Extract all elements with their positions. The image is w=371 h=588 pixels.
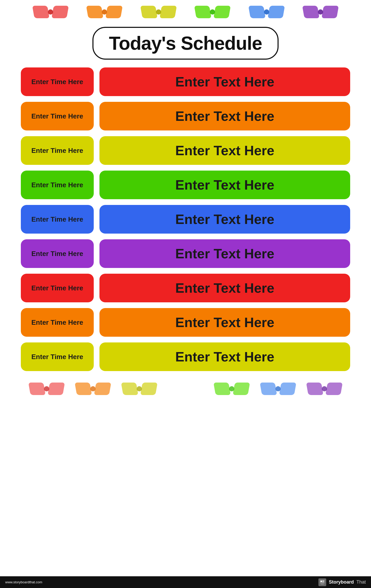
text-label-7: Enter Text Here <box>175 280 274 296</box>
text-cell-1[interactable]: Enter Text Here <box>99 67 350 96</box>
bowtie-bottom-orange <box>75 381 111 396</box>
svg-rect-2 <box>320 581 322 582</box>
text-label-3: Enter Text Here <box>175 143 274 158</box>
time-label-8: Enter Time Here <box>32 318 83 327</box>
svg-rect-1 <box>321 584 324 585</box>
time-label-6: Enter Time Here <box>32 250 83 258</box>
text-cell-3[interactable]: Enter Text Here <box>99 136 350 165</box>
text-cell-7[interactable]: Enter Text Here <box>99 274 350 302</box>
schedule-row-9: Enter Time Here Enter Text Here <box>21 342 350 371</box>
bowtie-bottom-purple <box>306 381 343 396</box>
bowtie-purple <box>302 5 339 19</box>
time-cell-8[interactable]: Enter Time Here <box>21 308 94 337</box>
schedule-container: Enter Time Here Enter Text Here Enter Ti… <box>16 67 355 371</box>
svg-rect-4 <box>323 582 324 582</box>
schedule-row-7: Enter Time Here Enter Text Here <box>21 274 350 302</box>
time-cell-6[interactable]: Enter Time Here <box>21 239 94 268</box>
text-label-9: Enter Text Here <box>175 349 274 365</box>
title-container: Today's Schedule <box>16 27 355 60</box>
bowtie-bottom-red <box>28 381 65 396</box>
svg-rect-3 <box>323 581 324 581</box>
time-label-7: Enter Time Here <box>32 284 83 292</box>
schedule-row-3: Enter Time Here Enter Text Here <box>21 136 350 165</box>
text-label-4: Enter Text Here <box>175 177 274 193</box>
brand-name: Storyboard <box>329 579 354 585</box>
time-cell-3[interactable]: Enter Time Here <box>21 136 94 165</box>
time-label-4: Enter Time Here <box>32 181 83 189</box>
bowtie-blue <box>248 5 285 19</box>
page-wrapper: Today's Schedule Enter Time Here Enter T… <box>0 0 371 588</box>
text-label-1: Enter Text Here <box>175 74 274 90</box>
text-label-8: Enter Text Here <box>175 315 274 330</box>
time-cell-7[interactable]: Enter Time Here <box>21 274 94 302</box>
time-cell-4[interactable]: Enter Time Here <box>21 171 94 199</box>
text-cell-4[interactable]: Enter Text Here <box>99 171 350 199</box>
bowtie-yellow <box>140 5 177 19</box>
text-cell-5[interactable]: Enter Text Here <box>99 205 350 234</box>
schedule-row-1: Enter Time Here Enter Text Here <box>21 67 350 96</box>
schedule-row-8: Enter Time Here Enter Text Here <box>21 308 350 337</box>
bottom-decoration-row <box>16 379 355 404</box>
time-label-9: Enter Time Here <box>32 353 83 361</box>
time-label-5: Enter Time Here <box>32 215 83 223</box>
bowtie-green <box>194 5 231 19</box>
time-label-3: Enter Time Here <box>32 147 83 155</box>
time-cell-2[interactable]: Enter Time Here <box>21 102 94 130</box>
title-box: Today's Schedule <box>92 27 279 60</box>
text-label-2: Enter Text Here <box>175 108 274 124</box>
time-cell-5[interactable]: Enter Time Here <box>21 205 94 234</box>
text-cell-8[interactable]: Enter Text Here <box>99 308 350 337</box>
top-decoration-row <box>16 0 355 22</box>
schedule-row-5: Enter Time Here Enter Text Here <box>21 205 350 234</box>
text-cell-6[interactable]: Enter Text Here <box>99 239 350 268</box>
brand-logo: StoryboardThat <box>318 578 366 586</box>
page-title: Today's Schedule <box>109 33 262 54</box>
time-cell-1[interactable]: Enter Time Here <box>21 67 94 96</box>
text-label-6: Enter Text Here <box>175 246 274 261</box>
bowtie-red <box>32 5 69 19</box>
bowtie-bottom-yellow <box>121 381 158 396</box>
schedule-row-6: Enter Time Here Enter Text Here <box>21 239 350 268</box>
website-url: www.storyboardthat.com <box>5 580 42 584</box>
bowtie-bottom-green <box>213 381 250 396</box>
footer-bar: www.storyboardthat.com StoryboardThat <box>0 576 371 588</box>
storyboard-icon <box>318 578 326 586</box>
brand-suffix: That <box>356 579 366 585</box>
text-cell-2[interactable]: Enter Text Here <box>99 102 350 130</box>
schedule-row-2: Enter Time Here Enter Text Here <box>21 102 350 130</box>
time-label-1: Enter Time Here <box>32 78 83 86</box>
time-cell-9[interactable]: Enter Time Here <box>21 342 94 371</box>
time-label-2: Enter Time Here <box>32 112 83 120</box>
text-cell-9[interactable]: Enter Text Here <box>99 342 350 371</box>
schedule-row-4: Enter Time Here Enter Text Here <box>21 171 350 199</box>
text-label-5: Enter Text Here <box>175 211 274 227</box>
bowtie-orange <box>86 5 123 19</box>
bowtie-bottom-blue <box>260 381 296 396</box>
